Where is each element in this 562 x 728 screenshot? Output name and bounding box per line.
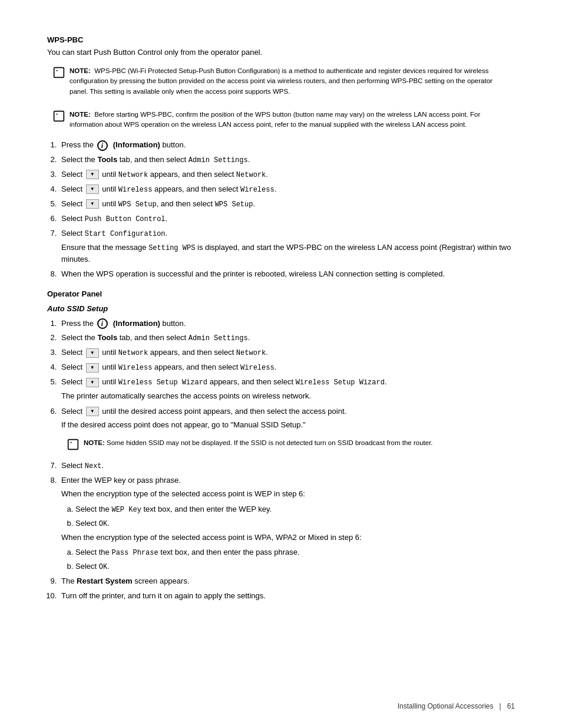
operator-panel-section: Operator Panel Auto SSID Setup Press the… (47, 289, 515, 602)
wps-pbc-note2: NOTE: Before starting WPS-PBC, confirm t… (47, 106, 515, 134)
auto-step-5: Select until Wireless Setup Wizard appea… (59, 376, 515, 402)
note-icon-2 (53, 110, 65, 122)
auto-step-6-note: NOTE: Some hidden SSID may not be displa… (61, 434, 515, 454)
auto-step-8-continuation-wep: When the encryption type of the selected… (61, 488, 515, 500)
svg-rect-0 (54, 68, 64, 78)
info-button-icon-2: i (97, 318, 108, 329)
step-7-continuation: Ensure that the message Setting WPS is d… (61, 242, 515, 265)
auto-step-6-note-text: NOTE: Some hidden SSID may not be displa… (84, 438, 433, 448)
auto-step-6: Select until the desired access point ap… (59, 406, 515, 454)
step-6: Select Push Button Control. (59, 213, 515, 225)
select-button-a3[interactable] (86, 348, 99, 358)
select-button-a5[interactable] (86, 378, 99, 387)
wps-pbc-steps: Press the i (Information) button. Select… (59, 139, 515, 280)
note-icon-a6 (67, 439, 79, 450)
auto-step-7: Select Next. (59, 460, 515, 472)
wps-pbc-intro: You can start Push Button Control only f… (47, 48, 515, 57)
step-8: When the WPS operation is successful and… (59, 268, 515, 280)
operator-panel-heading: Operator Panel (47, 289, 515, 298)
sub-step-8wa: Select the Pass Phrase text box, and the… (75, 546, 515, 558)
footer-separator: | (500, 702, 501, 710)
wps-pbc-note1-text: NOTE: WPS-PBC (Wi-Fi Protected Setup-Pus… (70, 66, 509, 97)
auto-step-6-continuation: If the desired access point does not app… (61, 419, 515, 431)
auto-ssid-section: Auto SSID Setup Press the i (Information… (47, 304, 515, 602)
auto-step-5-continuation: The printer automatically searches the a… (61, 390, 515, 402)
page-footer: Installing Optional Accessories | 61 (0, 702, 562, 710)
select-button-a6[interactable] (86, 407, 99, 416)
sub-step-8a: Select the WEP Key text box, and then en… (75, 503, 515, 515)
footer-left-text: Installing Optional Accessories (398, 702, 494, 710)
select-button-5[interactable] (86, 199, 99, 209)
auto-ssid-steps: Press the i (Information) button. Select… (59, 318, 515, 602)
auto-step-2: Select the Tools tab, and then select Ad… (59, 332, 515, 344)
svg-rect-4 (68, 440, 78, 450)
wps-pbc-note1: NOTE: WPS-PBC (Wi-Fi Protected Setup-Pus… (47, 62, 515, 100)
wps-pbc-heading: WPS-PBC (47, 35, 515, 44)
auto-step-8: Enter the WEP key or pass phrase. When t… (59, 475, 515, 573)
step-5: Select until WPS Setup, and then select … (59, 198, 515, 210)
step-3: Select until Network appears, and then s… (59, 169, 515, 180)
auto-step-3: Select until Network appears, and then s… (59, 347, 515, 358)
auto-step-9: The Restart System screen appears. (59, 575, 515, 587)
auto-step-1: Press the i (Information) button. (59, 318, 515, 330)
wps-pbc-note2-text: NOTE: Before starting WPS-PBC, confirm t… (70, 110, 509, 130)
wps-pbc-section: WPS-PBC You can start Push Button Contro… (47, 35, 515, 280)
note-icon-1 (53, 67, 65, 78)
select-button-4[interactable] (86, 185, 99, 194)
footer-page-num: 61 (507, 702, 515, 710)
auto-step-4: Select until Wireless appears, and then … (59, 361, 515, 373)
auto-step-8-sub-wep: Select the WEP Key text box, and then en… (75, 503, 515, 529)
footer-content: Installing Optional Accessories | 61 (398, 702, 515, 710)
svg-rect-2 (54, 111, 64, 121)
step-2: Select the Tools tab, and then select Ad… (59, 154, 515, 166)
auto-step-8-sub-wpa: Select the Pass Phrase text box, and the… (75, 546, 515, 572)
auto-step-8-continuation-wpa: When the encryption type of the selected… (61, 532, 515, 543)
select-button-3[interactable] (86, 170, 99, 179)
sub-step-8wb: Select OK. (75, 561, 515, 572)
auto-step-10: Turn off the printer, and turn it on aga… (59, 590, 515, 602)
auto-ssid-heading: Auto SSID Setup (47, 304, 515, 313)
select-button-a4[interactable] (86, 363, 99, 373)
info-button-icon-1: i (97, 140, 108, 151)
sub-step-8b: Select OK. (75, 518, 515, 529)
step-7: Select Start Configuration. Ensure that … (59, 228, 515, 265)
step-4: Select until Wireless appears, and then … (59, 183, 515, 195)
step-1: Press the i (Information) button. (59, 139, 515, 151)
